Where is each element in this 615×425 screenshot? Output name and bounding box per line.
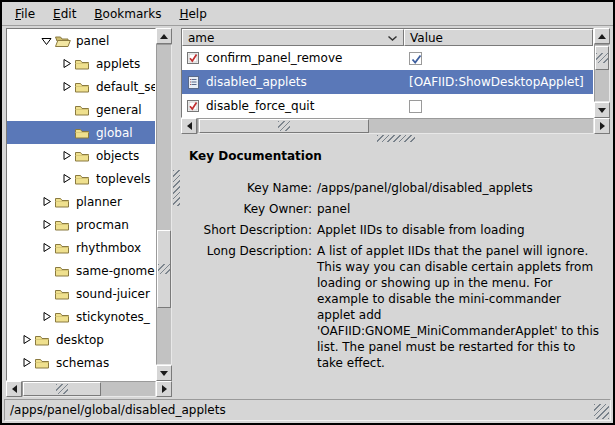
folder-tree: panel applets default_se general global … xyxy=(6,28,156,381)
arrow-right-icon xyxy=(162,385,167,393)
tree-item-toplevels[interactable]: toplevels xyxy=(7,167,155,190)
statusbar-text: /apps/panel/global/disabled_applets xyxy=(10,403,226,417)
folder-icon xyxy=(74,57,93,71)
pane-splitter[interactable] xyxy=(172,28,181,397)
key-value-cell[interactable] xyxy=(404,52,593,65)
keylist-horizontal-scrollbar[interactable] xyxy=(181,118,610,134)
tree-horizontal-scrollbar[interactable] xyxy=(6,381,172,397)
tree-item-objects[interactable]: objects xyxy=(7,144,155,167)
tree-item-label: stickynotes_ xyxy=(73,310,150,324)
tree-item-planner[interactable]: planner xyxy=(7,190,155,213)
checkbox-checked[interactable] xyxy=(409,52,422,65)
doc-field: Key Owner: panel xyxy=(189,201,602,217)
key-value-cell[interactable]: [OAFIID:ShowDesktopApplet] xyxy=(404,75,593,89)
tree-item-rhythmbox[interactable]: rhythmbox xyxy=(7,236,155,259)
keylist-hscroll-thumb[interactable] xyxy=(199,119,369,133)
resize-grip[interactable] xyxy=(594,404,609,419)
tree-item-label: objects xyxy=(93,149,139,163)
menu-item-help[interactable]: Help xyxy=(170,4,215,24)
tree-vertical-scrollbar[interactable] xyxy=(156,28,172,381)
tree-item-applets[interactable]: applets xyxy=(7,52,155,75)
expander-expanded-icon[interactable] xyxy=(39,34,54,48)
tree-vscroll-thumb[interactable] xyxy=(157,230,171,308)
expander-collapsed-icon[interactable] xyxy=(59,149,74,163)
tree-hscroll-trough[interactable] xyxy=(22,381,156,397)
tree-item-same-gnome[interactable]: same-gnome xyxy=(7,259,155,282)
scroll-right-button[interactable] xyxy=(156,381,172,397)
menu-item-bookmarks[interactable]: Bookmarks xyxy=(85,4,170,24)
docs-fields: Key Name: /apps/panel/global/disabled_ap… xyxy=(189,180,602,371)
doc-field-value: /apps/panel/global/disabled_applets xyxy=(317,180,602,196)
tree-item-label: sound-juicer xyxy=(73,287,150,301)
expander-collapsed-icon[interactable] xyxy=(39,241,54,255)
scroll-left-button[interactable] xyxy=(181,118,197,134)
tree-item-schemas[interactable]: schemas xyxy=(7,351,155,374)
key-name-label: disabled_applets xyxy=(206,75,307,89)
folder-icon xyxy=(34,333,53,347)
expander-collapsed-icon[interactable] xyxy=(59,172,74,186)
key-name-cell: disable_force_quit xyxy=(182,99,404,114)
tree-item-general[interactable]: general xyxy=(7,98,155,121)
scroll-up-button[interactable] xyxy=(156,28,172,44)
key-name-cell: disabled_applets xyxy=(182,75,404,90)
tree-item-label: default_se xyxy=(93,80,156,94)
key-name-label: confirm_panel_remove xyxy=(206,51,342,65)
documentation-splitter[interactable] xyxy=(181,134,610,143)
doc-field: Long Description: A list of applet IIDs … xyxy=(189,243,602,371)
expander-collapsed-icon[interactable] xyxy=(19,333,34,347)
tree-item-stickynotes-[interactable]: stickynotes_ xyxy=(7,305,155,328)
tree-hscroll-thumb[interactable] xyxy=(23,382,101,396)
expander-collapsed-icon[interactable] xyxy=(39,218,54,232)
folder-icon xyxy=(54,264,73,278)
expander-collapsed-icon[interactable] xyxy=(19,356,34,370)
tree-item-desktop[interactable]: desktop xyxy=(7,328,155,351)
tree-item-label: global xyxy=(93,126,133,140)
tree-item-procman[interactable]: procman xyxy=(7,213,155,236)
folder-icon xyxy=(54,287,73,301)
expander-collapsed-icon[interactable] xyxy=(59,57,74,71)
scroll-down-button[interactable] xyxy=(594,102,610,118)
sort-indicator-icon xyxy=(387,31,398,45)
tree-item-label: same-gnome xyxy=(73,264,155,278)
expander-collapsed-icon[interactable] xyxy=(39,195,54,209)
scroll-right-button[interactable] xyxy=(594,118,610,134)
keylist-vscroll-thumb[interactable] xyxy=(595,46,609,70)
key-value-cell[interactable] xyxy=(404,100,593,113)
folder-icon xyxy=(54,310,73,324)
tree-item-label: panel xyxy=(73,34,109,48)
tree-item-default-se[interactable]: default_se xyxy=(7,75,155,98)
expander-collapsed-icon[interactable] xyxy=(59,80,74,94)
menu-item-file[interactable]: File xyxy=(6,4,44,24)
checkbox-unchecked[interactable] xyxy=(409,100,422,113)
doc-field: Key Name: /apps/panel/global/disabled_ap… xyxy=(189,180,602,196)
tree-item-global[interactable]: global xyxy=(7,121,155,144)
scroll-up-button[interactable] xyxy=(594,28,610,44)
tree-item-sound-juicer[interactable]: sound-juicer xyxy=(7,282,155,305)
folder-icon xyxy=(74,172,93,186)
key-row-disabled_applets[interactable]: disabled_applets [OAFIID:ShowDesktopAppl… xyxy=(182,70,593,94)
expander-collapsed-icon[interactable] xyxy=(39,310,54,324)
column-header-value[interactable]: Value xyxy=(404,29,593,46)
column-header-name[interactable]: ame xyxy=(182,29,404,46)
keylist-vertical-scrollbar[interactable] xyxy=(594,28,610,118)
menu-item-edit[interactable]: Edit xyxy=(44,4,85,24)
arrow-down-icon xyxy=(160,371,168,376)
key-row-disable_force_quit[interactable]: disable_force_quit xyxy=(182,94,593,117)
tree-item-label: applets xyxy=(93,57,140,71)
keylist-vscroll-trough[interactable] xyxy=(594,44,610,102)
menubar: FileEditBookmarksHelp xyxy=(2,2,613,26)
scroll-left-button[interactable] xyxy=(6,381,22,397)
doc-field-value: panel xyxy=(317,201,602,217)
key-row-confirm_panel_remove[interactable]: confirm_panel_remove xyxy=(182,46,593,70)
folder-icon xyxy=(74,80,93,94)
arrow-down-icon xyxy=(598,108,606,113)
keylist-hscroll-trough[interactable] xyxy=(197,118,594,134)
tree-item-label: rhythmbox xyxy=(73,241,141,255)
doc-field-label: Long Description: xyxy=(189,243,317,371)
tree-item-panel[interactable]: panel xyxy=(7,29,155,52)
scroll-down-button[interactable] xyxy=(156,365,172,381)
tree-vscroll-trough[interactable] xyxy=(156,44,172,365)
name-column-label: ame xyxy=(188,31,214,45)
key-list: confirm_panel_remove disabled_applets [O… xyxy=(182,46,593,117)
arrow-up-icon xyxy=(160,34,168,39)
